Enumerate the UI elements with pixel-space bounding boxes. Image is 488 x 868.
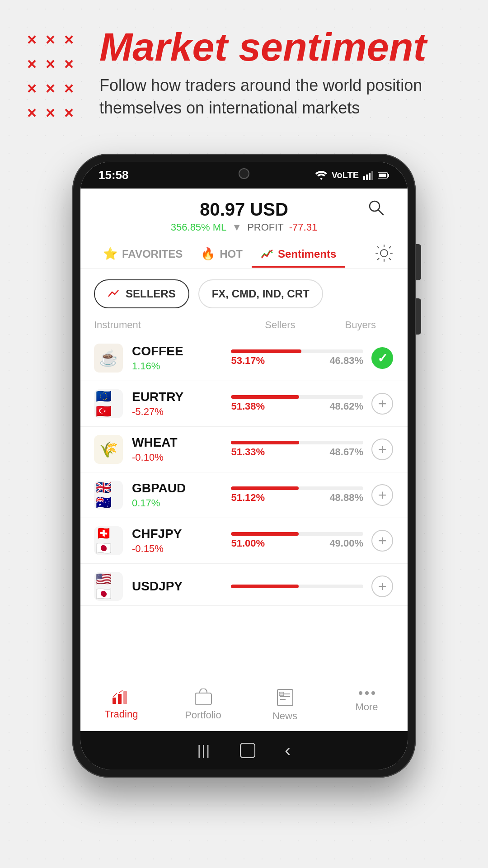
- signal-icon: [363, 171, 373, 180]
- wheat-name: WHEAT: [132, 435, 231, 450]
- nav-news[interactable]: News: [244, 689, 326, 722]
- wheat-change: -0.10%: [132, 452, 231, 463]
- gbpaud-sentiment: 51.12% 48.88%: [231, 486, 363, 504]
- balance-section: 80.97 USD 356.85% ML ▼ PROFIT -77.31: [171, 199, 317, 233]
- table-row: ☕ COFFEE 1.16% 53.17% 46.83%: [80, 335, 408, 381]
- wheat-sellers-pct: 51.33%: [231, 446, 265, 458]
- eurtry-add-button[interactable]: +: [371, 392, 394, 415]
- check-icon: ✓: [371, 347, 393, 369]
- coffee-sentiment: 53.17% 46.83%: [231, 349, 363, 367]
- chfjpy-sentiment: 51.00% 49.00%: [231, 532, 363, 549]
- tabs: ⭐ FAVORITES 🔥 HOT: [80, 238, 408, 269]
- svg-point-21: [359, 691, 362, 695]
- plus-icon: +: [371, 576, 393, 597]
- x-icon: ×: [46, 105, 55, 121]
- eurtry-sellers-pct: 51.38%: [231, 401, 265, 412]
- nav-portfolio[interactable]: Portfolio: [162, 689, 244, 722]
- plus-icon: +: [371, 393, 393, 415]
- status-time: 15:58: [99, 168, 129, 182]
- status-right: VoLTE: [315, 170, 389, 180]
- svg-rect-24: [240, 743, 255, 758]
- status-bar: 15:58 VoLTE: [80, 162, 408, 189]
- svg-rect-1: [366, 175, 368, 180]
- eurtry-info: EURTRY -5.27%: [132, 390, 231, 418]
- gbpaud-info: GBPAUD 0.17%: [132, 481, 231, 509]
- app-content: 80.97 USD 356.85% ML ▼ PROFIT -77.31: [80, 189, 408, 731]
- svg-line-14: [119, 690, 122, 693]
- sentiments-icon: [261, 248, 273, 260]
- tab-sentiments[interactable]: Sentiments: [252, 239, 345, 268]
- news-label: News: [272, 710, 297, 722]
- settings-button[interactable]: [374, 243, 394, 263]
- x-icon: ×: [46, 32, 55, 48]
- profit-label: PROFIT: [247, 222, 284, 233]
- x-icon: ×: [64, 32, 74, 48]
- tab-hot[interactable]: 🔥 HOT: [192, 238, 252, 268]
- app-header: 80.97 USD 356.85% ML ▼ PROFIT -77.31: [80, 189, 408, 238]
- chfjpy-name: CHFJPY: [132, 527, 231, 541]
- coffee-sellers-pct: 53.17%: [231, 355, 265, 367]
- chfjpy-icon: 🇨🇭🇯🇵: [94, 526, 123, 555]
- tab-favorites-label: FAVORITES: [122, 248, 183, 260]
- sellers-filter-label: SELLERS: [126, 288, 176, 300]
- star-icon: ⭐: [103, 247, 117, 261]
- profit-value: -77.31: [289, 222, 317, 233]
- wheat-buyers-pct: 48.67%: [329, 446, 363, 458]
- home-button[interactable]: [238, 741, 258, 760]
- portfolio-icon: [194, 689, 212, 706]
- x-icon: ×: [27, 56, 37, 72]
- gbpaud-icon: 🇬🇧🇦🇺: [94, 481, 123, 509]
- wheat-add-button[interactable]: +: [371, 438, 394, 461]
- ml-percent: 356.85% ML: [171, 222, 227, 233]
- back-button[interactable]: ‹: [285, 740, 291, 760]
- svg-line-13: [113, 693, 117, 697]
- usdjpy-name: USDJPY: [132, 579, 231, 594]
- coffee-buyers-pct: 46.83%: [329, 355, 363, 367]
- icon-grid: × × × × × × × × × × × ×: [27, 32, 74, 121]
- usdjpy-icon: 🇺🇸🇯🇵: [94, 572, 123, 601]
- search-button[interactable]: [366, 198, 389, 221]
- nav-trading[interactable]: Trading: [80, 689, 162, 722]
- battery-icon: [378, 172, 389, 179]
- trading-icon: [112, 689, 131, 705]
- wheat-sentiment: 51.33% 48.67%: [231, 441, 363, 458]
- recent-apps-button[interactable]: |||: [197, 743, 211, 758]
- eurtry-icon: 🇪🇺🇹🇷: [94, 389, 123, 418]
- x-icon: ×: [64, 80, 74, 97]
- phone-bottom-bar: ||| ‹: [80, 731, 408, 769]
- tab-hot-label: HOT: [220, 248, 243, 260]
- coffee-add-button[interactable]: ✓: [371, 346, 394, 370]
- svg-line-8: [378, 210, 383, 215]
- gbpaud-add-button[interactable]: +: [371, 483, 394, 507]
- balance-details: 356.85% ML ▼ PROFIT -77.31: [171, 222, 317, 233]
- bottom-nav: Trading Portfolio: [80, 681, 408, 731]
- balance-amount: 80.97 USD: [171, 199, 317, 220]
- coffee-name: COFFEE: [132, 344, 231, 359]
- x-icon: ×: [46, 80, 55, 97]
- lte-label: VoLTE: [332, 170, 359, 180]
- table-row: 🇨🇭🇯🇵 CHFJPY -0.15% 51.00% 49.00%: [80, 518, 408, 564]
- chfjpy-add-button[interactable]: +: [371, 529, 394, 552]
- nav-more[interactable]: More: [326, 689, 408, 722]
- x-icon: ×: [64, 105, 74, 121]
- eurtry-name: EURTRY: [132, 390, 231, 404]
- col-sellers-label: Sellers: [228, 319, 309, 331]
- table-row: 🇬🇧🇦🇺 GBPAUD 0.17% 51.12% 48.88%: [80, 472, 408, 518]
- chfjpy-change: -0.15%: [132, 543, 231, 555]
- tab-favorites[interactable]: ⭐ FAVORITES: [94, 238, 192, 268]
- coffee-change: 1.16%: [132, 360, 231, 372]
- svg-rect-15: [195, 693, 211, 705]
- x-icon: ×: [64, 56, 74, 72]
- sellers-filter[interactable]: SELLERS: [94, 279, 189, 308]
- more-label: More: [355, 701, 378, 713]
- eurtry-sentiment: 51.38% 48.62%: [231, 395, 363, 412]
- usdjpy-add-button[interactable]: +: [371, 575, 394, 598]
- gbpaud-change: 0.17%: [132, 497, 231, 509]
- svg-rect-2: [369, 173, 371, 180]
- filters: SELLERS FX, CMD, IND, CRT: [80, 269, 408, 319]
- svg-rect-11: [118, 694, 122, 704]
- svg-rect-6: [379, 174, 386, 177]
- trading-label: Trading: [105, 708, 138, 720]
- usdjpy-info: USDJPY: [132, 579, 231, 594]
- fx-filter[interactable]: FX, CMD, IND, CRT: [198, 279, 323, 308]
